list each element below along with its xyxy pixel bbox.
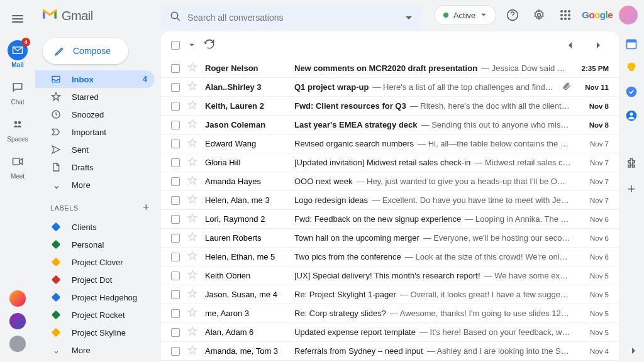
sidebar-label-project-dot[interactable]: Project Dot	[35, 271, 155, 288]
row-checkbox[interactable]	[171, 121, 180, 129]
row-checkbox[interactable]	[171, 102, 180, 111]
refresh-button[interactable]	[204, 38, 215, 52]
star-icon[interactable]	[187, 119, 197, 131]
avatar[interactable]	[9, 290, 26, 307]
row-checkbox[interactable]	[171, 347, 180, 356]
sidebar-label-personal[interactable]: Personal	[35, 236, 155, 253]
star-icon[interactable]	[187, 175, 197, 187]
prev-page-button[interactable]	[560, 35, 580, 55]
email-row[interactable]: Helen, Ethan, me 5 Two pics from the con…	[161, 248, 619, 266]
contacts-app-icon[interactable]	[625, 109, 638, 122]
email-row[interactable]: Alan..Shirley 3 Q1 project wrap-up — Her…	[161, 78, 619, 97]
star-icon[interactable]	[187, 62, 197, 74]
settings-button[interactable]	[529, 5, 549, 25]
star-icon[interactable]	[187, 288, 197, 300]
row-checkbox[interactable]	[171, 140, 180, 148]
star-icon[interactable]	[187, 270, 197, 282]
sidebar-item-more[interactable]: ⌄More	[35, 176, 155, 194]
sidebar-item-inbox[interactable]: Inbox4	[35, 70, 155, 88]
star-icon[interactable]	[187, 81, 197, 93]
search-bar[interactable]	[161, 5, 421, 30]
sidebar-item-sent[interactable]: Sent	[35, 141, 155, 158]
email-row[interactable]: Helen, Alan, me 3 Logo redesign ideas — …	[161, 191, 619, 210]
row-checkbox[interactable]	[171, 158, 180, 167]
email-row[interactable]: Jason, Susan, me 4 Re: Project Skylight …	[161, 285, 619, 304]
star-icon[interactable]	[187, 232, 197, 244]
email-row[interactable]: Edward Wang Revised organic search numbe…	[161, 134, 619, 153]
email-row[interactable]: Lauren Roberts Town hall on the upcoming…	[161, 229, 619, 248]
rail-mail[interactable]: 4 Mail	[0, 40, 35, 69]
sidebar-label-project-hedgehog[interactable]: Project Hedgehog	[35, 288, 155, 306]
row-checkbox[interactable]	[171, 309, 180, 318]
sidebar: Compose Inbox4StarredSnoozedImportantSen…	[35, 31, 161, 362]
star-icon[interactable]	[187, 326, 197, 338]
email-row[interactable]: Amanda Hayes OOO next week — Hey, just w…	[161, 172, 619, 191]
star-icon[interactable]	[187, 213, 197, 225]
row-checkbox[interactable]	[171, 272, 180, 280]
apps-button[interactable]	[555, 5, 575, 25]
select-dropdown-icon[interactable]	[189, 43, 195, 47]
side-panel-toggle[interactable]	[630, 346, 638, 357]
rail-chat[interactable]: Chat	[0, 77, 35, 106]
email-row[interactable]: me, Aaron 3 Re: Corp strategy slides? — …	[161, 304, 619, 323]
keep-app-icon[interactable]	[625, 62, 638, 74]
sidebar-label-project-skyline[interactable]: Project Skyline	[35, 324, 155, 341]
email-row[interactable]: Amanda, me, Tom 3 Referrals from Sydney …	[161, 342, 619, 361]
search-options-icon[interactable]	[405, 12, 413, 23]
rail-spaces[interactable]: Spaces	[0, 114, 35, 143]
sidebar-item-drafts[interactable]: Drafts	[35, 158, 155, 176]
email-row[interactable]: Gloria Hill [Updated invitation] Midwest…	[161, 153, 619, 172]
email-row[interactable]: Jason Coleman Last year's EMEA strategy …	[161, 116, 619, 134]
star-icon[interactable]	[187, 345, 197, 357]
next-page-button[interactable]	[589, 35, 609, 55]
help-button[interactable]	[502, 5, 523, 25]
row-checkbox[interactable]	[171, 64, 180, 73]
sidebar-label-project-rocket[interactable]: Project Rocket	[35, 306, 155, 324]
sidebar-labels-more[interactable]: ⌄ More	[35, 341, 155, 359]
avatar[interactable]	[9, 313, 26, 329]
row-checkbox[interactable]	[171, 196, 180, 205]
main-menu-button[interactable]	[5, 6, 30, 31]
active-status-chip[interactable]: Active	[434, 5, 496, 25]
row-checkbox[interactable]	[171, 177, 180, 186]
compose-button[interactable]: Compose	[43, 38, 128, 64]
row-checkbox[interactable]	[171, 290, 180, 299]
sidebar-item-important[interactable]: Important	[35, 123, 155, 141]
star-icon[interactable]	[187, 138, 197, 150]
folder-count: 4	[143, 75, 147, 84]
select-all-checkbox[interactable]	[171, 41, 180, 50]
user-avatar[interactable]	[619, 6, 638, 25]
star-icon[interactable]	[187, 194, 197, 206]
add-label-button[interactable]: +	[143, 201, 150, 214]
rail-meet[interactable]: Meet	[0, 151, 35, 180]
star-icon[interactable]	[187, 251, 197, 263]
star-icon[interactable]	[187, 307, 197, 319]
star-icon[interactable]	[187, 156, 197, 168]
row-checkbox[interactable]	[171, 215, 180, 224]
addons-button[interactable]	[625, 157, 638, 170]
email-row[interactable]: Alan, Adam 6 Updated expense report temp…	[161, 323, 619, 342]
gmail-logo[interactable]: Gmail	[42, 8, 93, 24]
sidebar-label-project-clover[interactable]: Project Clover	[35, 253, 155, 271]
row-checkbox[interactable]	[171, 83, 180, 92]
search-input[interactable]	[187, 13, 399, 23]
row-checkbox[interactable]	[171, 253, 180, 261]
google-logo[interactable]: Google	[582, 9, 613, 21]
row-checkbox[interactable]	[171, 234, 180, 243]
label-text: Project Hedgehog	[72, 293, 137, 302]
sender: Keith, Lauren 2	[205, 101, 287, 111]
calendar-app-icon[interactable]	[625, 38, 638, 50]
avatar[interactable]	[9, 336, 26, 352]
date: Nov 6	[579, 216, 609, 223]
email-row[interactable]: Lori, Raymond 2 Fwd: Feedback on the new…	[161, 210, 619, 229]
sidebar-label-clients[interactable]: Clients	[35, 218, 155, 236]
row-checkbox[interactable]	[171, 328, 180, 337]
star-icon[interactable]	[187, 100, 197, 112]
email-row[interactable]: Roger Nelson New comments on MCR2020 dra…	[161, 59, 619, 78]
email-row[interactable]: Keith Obrien [UX] Special delivery! This…	[161, 266, 619, 285]
sidebar-item-starred[interactable]: Starred	[35, 88, 155, 106]
add-button[interactable]: +	[625, 181, 638, 194]
tasks-app-icon[interactable]	[625, 85, 638, 98]
sidebar-item-snoozed[interactable]: Snoozed	[35, 106, 155, 123]
email-row[interactable]: Keith, Lauren 2 Fwd: Client resources fo…	[161, 97, 619, 116]
